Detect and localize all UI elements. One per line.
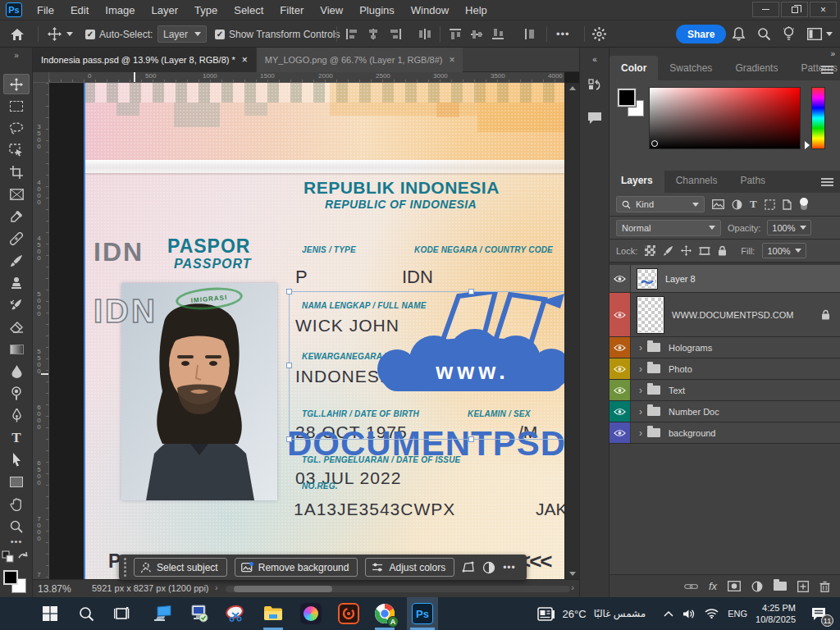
adjustment-half-circle-icon[interactable] bbox=[482, 561, 495, 574]
filter-adjustment-icon[interactable] bbox=[732, 199, 742, 210]
align-horizontal-centers-button[interactable] bbox=[368, 21, 380, 48]
minimize-button[interactable] bbox=[752, 2, 779, 17]
workspace-settings-button[interactable] bbox=[592, 21, 606, 48]
layer-row-layer8[interactable]: Layer 8 bbox=[609, 265, 840, 293]
group-expand-chevron[interactable]: › bbox=[639, 385, 642, 396]
edit-toolbar-button[interactable]: ••• bbox=[3, 535, 30, 548]
foreground-background-swatches[interactable] bbox=[3, 570, 28, 595]
app-chrome[interactable]: A bbox=[372, 597, 397, 630]
auto-select-target-dropdown[interactable]: Layer bbox=[158, 21, 207, 48]
group-expand-chevron[interactable]: › bbox=[639, 427, 642, 439]
align-left-edges-button[interactable] bbox=[346, 21, 358, 48]
tool-object-selection[interactable] bbox=[3, 139, 30, 160]
lock-position-icon[interactable] bbox=[681, 245, 692, 256]
menu-type[interactable]: Type bbox=[186, 0, 226, 21]
tab-layers[interactable]: Layers bbox=[609, 168, 664, 193]
tab-channels[interactable]: Channels bbox=[664, 168, 729, 193]
tool-spot-healing[interactable] bbox=[3, 228, 30, 249]
tool-eyedropper[interactable] bbox=[3, 206, 30, 226]
adjustment-layer-icon[interactable] bbox=[751, 581, 763, 592]
discover-button[interactable] bbox=[783, 21, 795, 48]
show-transform-toggle[interactable]: ✓ Show Transform Controls bbox=[215, 21, 340, 48]
lock-transparency-icon[interactable] bbox=[645, 245, 655, 256]
input-language[interactable]: ENG bbox=[728, 609, 747, 619]
align-bottom-edges-button[interactable] bbox=[492, 21, 504, 48]
tool-pen[interactable] bbox=[3, 405, 30, 426]
tool-path-selection[interactable] bbox=[3, 450, 30, 470]
tab-my-logo[interactable]: MY_LOGO.png @ 66.7% (Layer 1, RGB/8#) × bbox=[256, 48, 463, 72]
filter-smart-object-icon[interactable] bbox=[783, 199, 792, 210]
app-orange-utility[interactable] bbox=[336, 597, 361, 630]
new-layer-icon[interactable] bbox=[797, 581, 809, 592]
transform-handle[interactable] bbox=[286, 363, 292, 368]
fill-input[interactable]: 100% bbox=[762, 243, 806, 258]
filter-kind-dropdown[interactable]: Kind bbox=[616, 196, 705, 212]
taskbar-search-button[interactable] bbox=[74, 597, 98, 630]
menu-window[interactable]: Window bbox=[403, 0, 457, 21]
app-creative-cloud[interactable] bbox=[299, 597, 323, 630]
color-foreground-swatch[interactable] bbox=[618, 89, 636, 107]
tab-paths[interactable]: Paths bbox=[728, 168, 777, 193]
share-button[interactable]: Share bbox=[676, 25, 726, 43]
layer-name[interactable]: background bbox=[669, 428, 716, 438]
workspace-switcher-button[interactable] bbox=[807, 21, 833, 48]
tool-history-brush[interactable] bbox=[3, 294, 30, 315]
layer-row-documentpsd[interactable]: WWW.DOCUMENTPSD.COM bbox=[609, 293, 840, 337]
tool-dodge[interactable] bbox=[3, 383, 30, 404]
tool-rectangular-marquee[interactable] bbox=[3, 96, 30, 116]
transform-handle[interactable] bbox=[468, 436, 474, 442]
menu-filter[interactable]: Filter bbox=[272, 0, 312, 21]
visibility-toggle[interactable] bbox=[609, 358, 631, 379]
menu-plugins[interactable]: Plugins bbox=[351, 0, 403, 21]
layer-name[interactable]: Text bbox=[669, 386, 685, 395]
menu-file[interactable]: File bbox=[29, 0, 62, 21]
search-button[interactable] bbox=[757, 21, 771, 48]
layer-group-text[interactable]: › Text bbox=[609, 380, 840, 401]
swap-colors-control[interactable] bbox=[1, 550, 29, 566]
visibility-toggle[interactable] bbox=[609, 422, 631, 443]
group-expand-chevron[interactable]: › bbox=[639, 406, 642, 418]
transform-handle[interactable] bbox=[286, 289, 292, 294]
app-this-pc[interactable] bbox=[151, 597, 176, 630]
tool-zoom[interactable] bbox=[3, 516, 30, 536]
restore-button[interactable] bbox=[781, 2, 808, 17]
weather-widget[interactable]: 26°C مشمس غالبًا bbox=[537, 607, 646, 621]
scroll-up-arrow-icon[interactable] bbox=[569, 86, 576, 90]
close-button[interactable]: × bbox=[810, 2, 837, 17]
scroll-right-arrow[interactable]: › bbox=[571, 582, 574, 592]
notification-center-button[interactable]: 11 bbox=[804, 597, 833, 630]
horizontal-scrollbar[interactable] bbox=[226, 586, 570, 592]
menu-view[interactable]: View bbox=[312, 0, 351, 21]
more-align-options-button[interactable]: ••• bbox=[556, 21, 570, 48]
blend-mode-dropdown[interactable]: Normal bbox=[616, 220, 721, 236]
collapse-panels-button[interactable]: « bbox=[585, 49, 605, 69]
taskbar-grip-handle[interactable] bbox=[124, 558, 126, 577]
close-icon[interactable]: × bbox=[449, 54, 454, 66]
vertical-scrollbar[interactable] bbox=[564, 83, 579, 579]
layer-group-background[interactable]: › background bbox=[609, 422, 840, 444]
add-layer-mask-icon[interactable] bbox=[728, 581, 741, 591]
layer-group-holograms[interactable]: › Holograms bbox=[609, 337, 840, 358]
tool-blur[interactable] bbox=[3, 361, 30, 381]
color-field-cursor[interactable] bbox=[651, 140, 658, 147]
app-file-explorer[interactable] bbox=[261, 597, 285, 630]
filter-image-icon[interactable] bbox=[712, 199, 724, 209]
tab-indonesia-pass[interactable]: Indonesia pass.psd @ 13.9% (Layer 8, RGB… bbox=[33, 48, 256, 72]
menu-layer[interactable]: Layer bbox=[144, 0, 187, 21]
transform-handle[interactable] bbox=[286, 436, 292, 442]
tab-swatches[interactable]: Swatches bbox=[658, 56, 724, 80]
adjust-colors-button[interactable]: Adjust colors bbox=[365, 558, 454, 577]
distribute-vertical-button[interactable] bbox=[523, 21, 536, 48]
panel-menu-icon[interactable] bbox=[821, 176, 833, 188]
layer-thumbnail[interactable] bbox=[637, 297, 664, 333]
layer-name[interactable]: Layer 8 bbox=[665, 274, 696, 284]
tab-color[interactable]: Color bbox=[609, 56, 658, 80]
lock-artboard-icon[interactable] bbox=[699, 246, 710, 256]
visibility-toggle[interactable] bbox=[609, 337, 631, 358]
tab-gradients[interactable]: Gradients bbox=[724, 56, 789, 80]
menu-help[interactable]: Help bbox=[457, 0, 495, 21]
hue-slider[interactable] bbox=[811, 87, 825, 149]
app-snipping-tool[interactable] bbox=[223, 597, 248, 630]
volume-icon[interactable] bbox=[682, 609, 696, 619]
distribute-horizontal-button[interactable] bbox=[418, 21, 431, 48]
